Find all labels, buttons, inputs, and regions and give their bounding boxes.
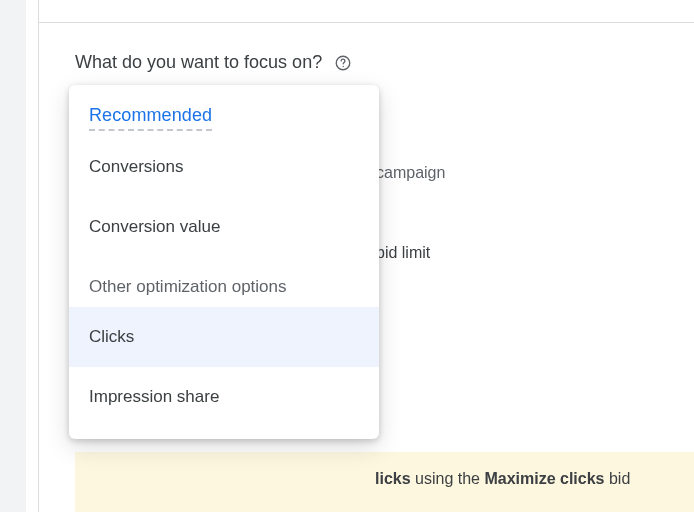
dropdown-item-conversion-value[interactable]: Conversion value [69,197,379,257]
focus-dropdown[interactable]: Recommended Conversions Conversion value… [69,85,379,439]
dropdown-item-impression-share[interactable]: Impression share [69,367,379,427]
dropdown-section-other: Other optimization options [69,257,379,307]
info-strip-trail: bid [609,470,630,487]
svg-point-1 [343,65,344,66]
info-strip: licks using the Maximize clicks bid [75,452,694,512]
recommended-label: Recommended [89,105,212,131]
dropdown-item-clicks[interactable]: Clicks [69,307,379,367]
vertical-divider [38,0,39,512]
dropdown-header-recommended: Recommended [69,95,379,137]
focus-prompt-label: What do you want to focus on? [75,52,322,73]
dropdown-item-conversions[interactable]: Conversions [69,137,379,197]
help-icon[interactable] [334,54,352,72]
info-strip-mid: using the [415,470,480,487]
info-strip-strategy: Maximize clicks [484,470,604,487]
focus-prompt-row: What do you want to focus on? [75,52,352,73]
background-text-bid-limit: bid limit [376,244,430,262]
background-text-campaign: campaign [376,164,445,182]
top-divider [38,22,694,23]
info-strip-lead: licks [375,470,411,487]
left-gutter [0,0,26,512]
